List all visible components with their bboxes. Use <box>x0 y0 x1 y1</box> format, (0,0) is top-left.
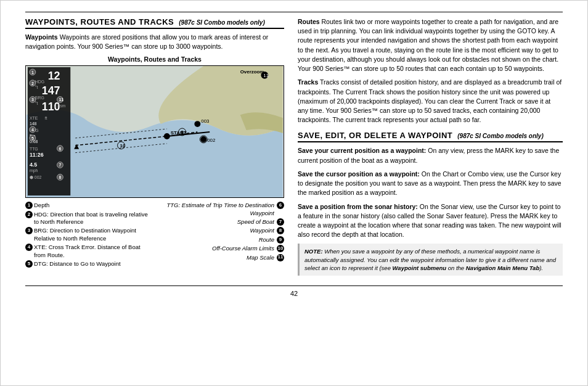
svg-text:°t: °t <box>35 102 38 106</box>
svg-text:4: 4 <box>31 128 34 132</box>
svg-text:BRG: BRG <box>35 96 44 101</box>
svg-text:002: 002 <box>207 138 215 143</box>
svg-text:4.5: 4.5 <box>30 162 37 168</box>
legend-item-3: 3 BRG: Direction to Destination Waypoint… <box>25 227 149 242</box>
svg-point-8 <box>200 136 206 142</box>
legend-item-2: 2 HDG: Direction that boat is traveling … <box>25 211 149 226</box>
svg-text:mph: mph <box>30 169 38 174</box>
legend-right-8: Waypoint 8 <box>149 227 284 234</box>
legend-left: 1 Depth 2 HDG: Direction that boat is tr… <box>25 202 149 269</box>
legend-right-11: Map Scale 11 <box>149 254 284 261</box>
page: WAYPOINTS, ROUTES AND TRACKS (987c SI Co… <box>0 0 588 386</box>
legend-right: TTG: Estimate of Trip Time to Destinatio… <box>149 202 284 269</box>
waypoint-save-current: Save your current position as a waypoint… <box>298 146 563 165</box>
svg-text:3: 3 <box>31 98 34 102</box>
chart-legend: 1 Depth 2 HDG: Direction that boat is tr… <box>25 202 284 269</box>
legend-item-4: 4 XTE: Cross Track Error. Distance of Bo… <box>25 244 149 259</box>
svg-text:003: 003 <box>201 119 210 125</box>
svg-text:2: 2 <box>31 81 34 86</box>
svg-text:TTG: TTG <box>30 147 38 151</box>
page-number: 42 <box>25 290 563 297</box>
tracks-text: Tracks Tracks consist of detailed positi… <box>298 78 563 125</box>
routes-text: Routes Routes link two or more waypoints… <box>298 17 563 73</box>
svg-text:HDG: HDG <box>35 80 44 84</box>
svg-text:ft: ft <box>45 117 47 121</box>
svg-text:12: 12 <box>48 70 60 82</box>
svg-text:11:26: 11:26 <box>30 152 44 158</box>
svg-text:9: 9 <box>181 129 184 135</box>
chart-title: Waypoints, Routes and Tracks <box>25 55 284 63</box>
waypoint-save-sonar: Save a position from the sonar history: … <box>298 202 563 240</box>
legend-right-9: Route 9 <box>149 236 284 244</box>
legend-right-7: Speed of Boat 7 <box>149 218 284 226</box>
svg-text:11: 11 <box>59 98 63 102</box>
svg-point-10 <box>194 121 200 128</box>
svg-text:7: 7 <box>59 163 61 168</box>
svg-text:8: 8 <box>59 176 61 180</box>
legend-right-6: TTG: Estimate of Trip Time to Destinatio… <box>149 202 284 217</box>
right-column: Routes Routes link two or more waypoints… <box>298 17 563 276</box>
legend-item-5: 5 DTG: Distance to Go to Waypoint <box>25 260 149 268</box>
section1-title: WAYPOINTS, ROUTES AND TRACKS (987c SI Co… <box>25 17 284 29</box>
legend-item-1: 1 Depth <box>25 202 149 209</box>
svg-text:11: 11 <box>263 73 269 78</box>
svg-text:Overzoom: Overzoom <box>240 69 264 75</box>
svg-text:147: 147 <box>42 84 60 97</box>
note-box: NOTE: When you save a waypoint by any of… <box>298 244 563 276</box>
svg-text:6: 6 <box>59 147 61 151</box>
svg-text:1: 1 <box>31 70 34 75</box>
svg-text:0.5sm: 0.5sm <box>54 104 66 109</box>
svg-text:10: 10 <box>120 143 126 149</box>
svg-point-6 <box>164 133 170 139</box>
waypoints-intro: Waypoints Waypoints are stored positions… <box>25 33 284 51</box>
legend-right-10: Off-Course Alarm Limits 10 <box>149 245 284 252</box>
section2-title: SAVE, EDIT, OR DELETE A WAYPOINT (987c S… <box>298 131 563 142</box>
waypoint-save-cursor: Save the cursor position as a waypoint: … <box>298 170 563 198</box>
svg-text:5: 5 <box>31 136 34 141</box>
svg-text:148: 148 <box>30 122 37 126</box>
chart-container: START 002 003 9 10 <box>25 65 284 198</box>
svg-text:⬢ 002: ⬢ 002 <box>30 176 42 180</box>
left-column: WAYPOINTS, ROUTES AND TRACKS (987c SI Co… <box>25 17 284 276</box>
svg-text:XTE: XTE <box>30 117 38 121</box>
svg-text:°t: °t <box>35 85 38 89</box>
